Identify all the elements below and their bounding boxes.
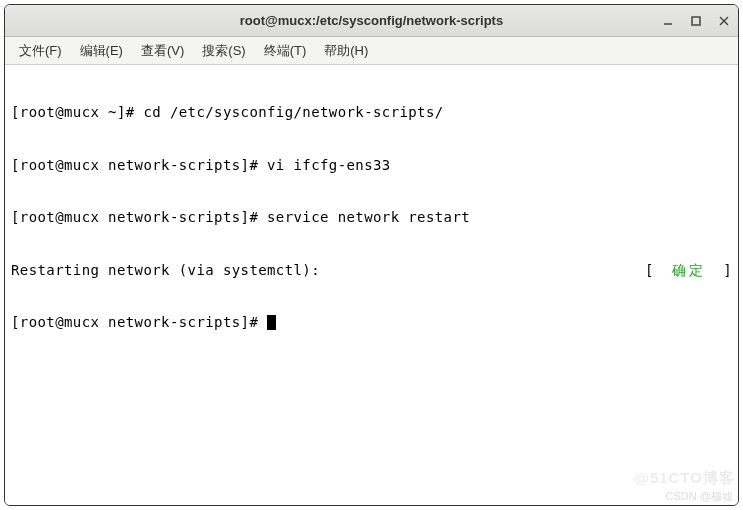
svg-rect-1 [692, 17, 700, 25]
prompt-text: [root@mucx network-scripts]# [11, 314, 267, 330]
terminal-line: [root@mucx ~]# cd /etc/sysconfig/network… [11, 104, 732, 122]
close-icon [718, 15, 730, 27]
cursor [267, 315, 276, 330]
window-title: root@mucx:/etc/sysconfig/network-scripts [240, 13, 503, 28]
menu-terminal[interactable]: 终端(T) [256, 38, 315, 64]
terminal-window: root@mucx:/etc/sysconfig/network-scripts… [4, 4, 739, 506]
status-right: [ 确定 ] [645, 262, 732, 280]
window-controls [660, 13, 732, 29]
terminal-line: [root@mucx network-scripts]# service net… [11, 209, 732, 227]
menu-view[interactable]: 查看(V) [133, 38, 192, 64]
menu-edit[interactable]: 编辑(E) [72, 38, 131, 64]
terminal-status-line: Restarting network (via systemctl): [ 确定… [11, 262, 732, 280]
status-ok-text: 确定 [672, 262, 706, 278]
menu-search[interactable]: 搜索(S) [194, 38, 253, 64]
minimize-icon [662, 15, 674, 27]
terminal-line: [root@mucx network-scripts]# vi ifcfg-en… [11, 157, 732, 175]
close-button[interactable] [716, 13, 732, 29]
minimize-button[interactable] [660, 13, 676, 29]
menu-file[interactable]: 文件(F) [11, 38, 70, 64]
maximize-button[interactable] [688, 13, 704, 29]
terminal-output[interactable]: [root@mucx ~]# cd /etc/sysconfig/network… [5, 65, 738, 505]
titlebar: root@mucx:/etc/sysconfig/network-scripts [5, 5, 738, 37]
terminal-prompt-line: [root@mucx network-scripts]# [11, 314, 732, 332]
maximize-icon [690, 15, 702, 27]
status-left: Restarting network (via systemctl): [11, 262, 320, 280]
menu-help[interactable]: 帮助(H) [316, 38, 376, 64]
menubar: 文件(F) 编辑(E) 查看(V) 搜索(S) 终端(T) 帮助(H) [5, 37, 738, 65]
